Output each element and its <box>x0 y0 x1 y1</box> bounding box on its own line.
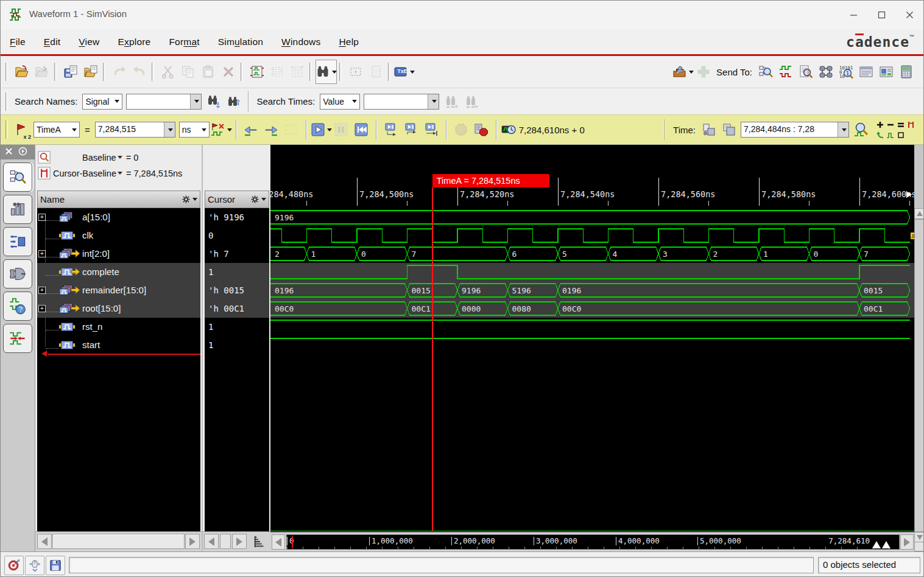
signal-row-a[15:0][interactable]: +a[15:0] <box>37 208 200 226</box>
send-to-source-browser-button[interactable] <box>795 60 816 83</box>
sidebar-tab-gates[interactable] <box>3 259 32 288</box>
signal-row-clk[interactable]: clk <box>37 226 200 245</box>
waveform-signal-int[2:0][interactable]: 210765432107 <box>270 247 910 261</box>
signal-row-int[2:0][interactable]: +int[2:0] <box>37 245 200 263</box>
create-group-button[interactable] <box>247 60 267 83</box>
open-database-button[interactable] <box>12 60 32 83</box>
save-commands-button[interactable] <box>60 60 80 83</box>
zoom-between-cursors-button[interactable] <box>885 130 895 140</box>
mouse-actions-button[interactable] <box>25 556 44 575</box>
zoom-in-button[interactable] <box>875 119 885 130</box>
signal-row-remainder[15:0][interactable]: +remainder[15:0] <box>37 281 200 299</box>
send-to-waveform-button[interactable] <box>775 60 795 83</box>
waveform-signal-clk[interactable] <box>270 229 914 242</box>
pane-close-icon[interactable] <box>4 147 13 158</box>
open-script-button[interactable] <box>80 60 101 83</box>
step-button[interactable] <box>381 118 401 141</box>
sidebar-tab-registers[interactable] <box>3 195 32 224</box>
cursor-scroll-left-button[interactable] <box>204 534 219 549</box>
expand-names-icon[interactable] <box>253 535 266 548</box>
menu-format[interactable]: Format <box>160 37 208 47</box>
send-to-source-viewer-button[interactable]: 101010101 <box>836 60 856 83</box>
cursor-baseline-label[interactable]: Cursor-Baseline <box>53 169 116 178</box>
cursor-baseline-icon[interactable] <box>38 167 51 180</box>
timea-flag-button[interactable]: x 2 <box>12 118 32 141</box>
next-edge-button[interactable] <box>261 118 281 141</box>
text-editor-button[interactable]: TxE <box>394 60 414 83</box>
menu-explore[interactable]: Explore <box>108 37 160 47</box>
expand-icon[interactable]: + <box>38 250 46 257</box>
names-horizontal-scrollbar[interactable] <box>35 531 202 551</box>
scroll-up-button[interactable] <box>914 208 924 219</box>
zoom-back-button[interactable] <box>875 130 885 140</box>
send-to-schematic-button[interactable] <box>816 60 836 83</box>
send-to-design-browser-button[interactable] <box>755 60 775 83</box>
cursor-time-input[interactable]: 7,284,515 <box>95 122 175 138</box>
expand-icon[interactable]: + <box>38 287 46 294</box>
step-over-button[interactable] <box>401 118 421 141</box>
overview-range-bar[interactable]: 01,000,0002,000,0003,000,0004,000,0005,0… <box>286 534 900 550</box>
search-button[interactable] <box>316 60 337 84</box>
name-column-gear-icon[interactable] <box>182 195 191 204</box>
menu-file[interactable]: File <box>1 37 35 47</box>
search-times-type-select[interactable]: Value <box>320 94 360 110</box>
names-scroll-left-button[interactable] <box>37 534 52 549</box>
search-names-type-select[interactable]: Signal <box>82 94 122 110</box>
stop-memory-button[interactable] <box>471 118 492 141</box>
sidebar-tab-waveform-compare[interactable]: ? <box>3 292 32 321</box>
search-names-forward-button[interactable] <box>224 90 244 113</box>
view-range-handle[interactable] <box>882 541 890 548</box>
save-session-button[interactable] <box>46 556 65 575</box>
cursor-horizontal-scrollbar[interactable] <box>203 531 270 551</box>
waveform-signal-a[15:0][interactable]: 9196 <box>270 211 910 224</box>
cursor-scroll-right-button[interactable] <box>232 534 247 549</box>
overview-scroll-left-button[interactable] <box>272 534 285 550</box>
name-column-header[interactable]: Name <box>37 191 200 208</box>
visible-range-input[interactable]: 7,284,484ns : 7,28 <box>741 122 849 138</box>
names-scroll-track[interactable] <box>52 534 185 549</box>
sidebar-tab-design-browser[interactable] <box>3 163 32 192</box>
send-to-register-button[interactable] <box>856 60 876 83</box>
minimize-button[interactable] <box>839 1 867 29</box>
search-times-input[interactable] <box>364 94 439 110</box>
menu-windows[interactable]: Windows <box>272 37 330 47</box>
signal-row-rst_n[interactable]: rst_n <box>37 318 200 336</box>
delete-marker-button[interactable] <box>211 118 231 141</box>
menu-view[interactable]: View <box>69 37 108 47</box>
previous-edge-button[interactable] <box>241 118 261 141</box>
sync-windows-button[interactable] <box>719 118 739 141</box>
cursor-scroll-thumb[interactable] <box>220 534 231 549</box>
zoom-box-button[interactable] <box>895 130 906 140</box>
sidebar-tab-schematic[interactable] <box>3 227 32 256</box>
send-to-layout-button[interactable] <box>876 60 896 83</box>
snapshot-target-button[interactable] <box>4 556 24 575</box>
sidebar-tab-signal-compare[interactable] <box>3 324 32 353</box>
expand-icon[interactable]: + <box>38 214 46 221</box>
overview-scroll-right-button[interactable] <box>900 534 914 550</box>
baseline-icon[interactable] <box>38 151 51 164</box>
cursor-column-header[interactable]: Cursor <box>205 191 269 208</box>
link-windows-button[interactable] <box>699 118 719 141</box>
zoom-fit-button[interactable] <box>895 119 906 130</box>
workspace-tools-button[interactable] <box>673 60 693 83</box>
cursor-column-gear-icon[interactable] <box>250 195 259 204</box>
expand-icon[interactable]: + <box>38 305 46 312</box>
send-to-calculator-button[interactable] <box>896 60 916 83</box>
menu-help[interactable]: Help <box>330 37 368 47</box>
baseline-label[interactable]: Baseline <box>82 153 116 163</box>
waveform-vertical-scrollbar[interactable] <box>914 145 924 551</box>
maximize-button[interactable] <box>867 1 895 29</box>
step-return-button[interactable] <box>421 118 442 141</box>
view-range-handle[interactable] <box>872 541 881 548</box>
cursor-select[interactable]: TimeA <box>34 122 80 138</box>
vertical-scroll-track[interactable] <box>914 219 924 532</box>
pane-expand-icon[interactable] <box>18 147 27 158</box>
reset-to-start-button[interactable] <box>351 118 372 141</box>
waveform-canvas[interactable]: 7,284,480ns7,284,500ns7,284,520ns7,284,5… <box>270 145 914 551</box>
close-button[interactable] <box>895 1 923 29</box>
search-names-backward-button[interactable] <box>203 90 224 113</box>
zoom-out-button[interactable] <box>885 119 895 130</box>
menu-simulation[interactable]: Simulation <box>209 37 272 47</box>
zoom-cursor-button[interactable] <box>906 119 916 130</box>
zoom-waveform-button[interactable] <box>851 118 871 141</box>
